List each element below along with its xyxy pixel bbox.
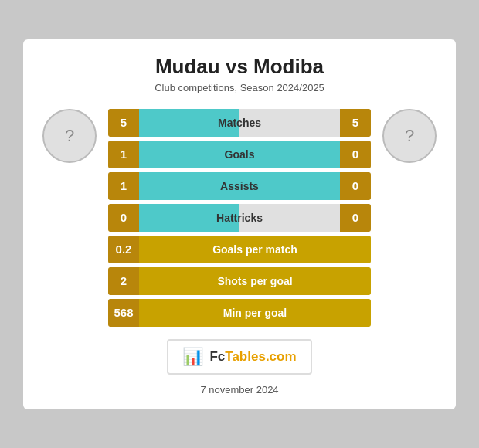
stat-label-hattricks: Hattricks	[139, 212, 340, 224]
stat-row-shots-per-goal: 2Shots per goal	[108, 267, 371, 295]
stat-row-assists: 1Assists0	[108, 172, 371, 200]
content-area: ? 5Matches51Goals01Assists00Hattricks00.…	[39, 109, 440, 327]
logo-text: FcTables.com	[209, 349, 296, 365]
stat-bar-assists: Assists	[139, 172, 340, 200]
stat-label-assists: Assists	[139, 180, 340, 192]
page-title: Mudau vs Modiba	[39, 55, 440, 79]
logo-icon: 📊	[182, 347, 203, 367]
stat-label-matches: Matches	[139, 117, 340, 129]
stat-right-val-assists: 0	[340, 172, 371, 200]
date-label: 7 november 2024	[39, 384, 440, 395]
page-subtitle: Club competitions, Season 2024/2025	[39, 82, 440, 93]
stat-row-goals: 1Goals0	[108, 141, 371, 168]
stat-row-goals-per-match: 0.2Goals per match	[108, 236, 371, 263]
stat-label-min-per-goal: Min per goal	[139, 307, 371, 319]
logo-text-tables: Tables.com	[225, 349, 296, 364]
stat-bar-shots-per-goal: Shots per goal	[139, 267, 371, 295]
logo-box: 📊 FcTables.com	[167, 339, 311, 375]
stat-row-hattricks: 0Hattricks0	[108, 204, 371, 232]
stat-row-min-per-goal: 568Min per goal	[108, 299, 371, 327]
stat-label-shots-per-goal: Shots per goal	[139, 275, 371, 287]
stat-right-val-hattricks: 0	[340, 204, 371, 232]
stat-bar-matches: Matches	[139, 109, 340, 137]
stats-area: 5Matches51Goals01Assists00Hattricks00.2G…	[108, 109, 371, 327]
stat-left-val-goals: 1	[108, 141, 139, 168]
stat-row-matches: 5Matches5	[108, 109, 371, 137]
avatar-right-circle: ?	[382, 109, 437, 163]
avatar-right-icon: ?	[405, 126, 414, 146]
stat-bar-min-per-goal: Min per goal	[139, 299, 371, 327]
stat-left-val-shots-per-goal: 2	[108, 267, 139, 295]
logo-area: 📊 FcTables.com	[39, 339, 440, 375]
stat-bar-hattricks: Hattricks	[139, 204, 340, 232]
avatar-left-circle: ?	[42, 109, 97, 163]
stat-bar-goals: Goals	[139, 141, 340, 168]
stat-right-val-matches: 5	[340, 109, 371, 137]
stat-bar-goals-per-match: Goals per match	[139, 236, 371, 263]
avatar-left-icon: ?	[65, 126, 74, 146]
stat-left-val-goals-per-match: 0.2	[108, 236, 139, 263]
comparison-card: Mudau vs Modiba Club competitions, Seaso…	[23, 39, 456, 409]
stat-label-goals: Goals	[139, 148, 340, 161]
stat-left-val-min-per-goal: 568	[108, 299, 139, 327]
avatar-left: ?	[39, 109, 100, 163]
stat-left-val-assists: 1	[108, 172, 139, 200]
avatar-right: ?	[379, 109, 440, 163]
stat-right-val-goals: 0	[340, 141, 371, 168]
stat-left-val-hattricks: 0	[108, 204, 139, 232]
stat-left-val-matches: 5	[108, 109, 139, 137]
stat-label-goals-per-match: Goals per match	[139, 243, 371, 256]
